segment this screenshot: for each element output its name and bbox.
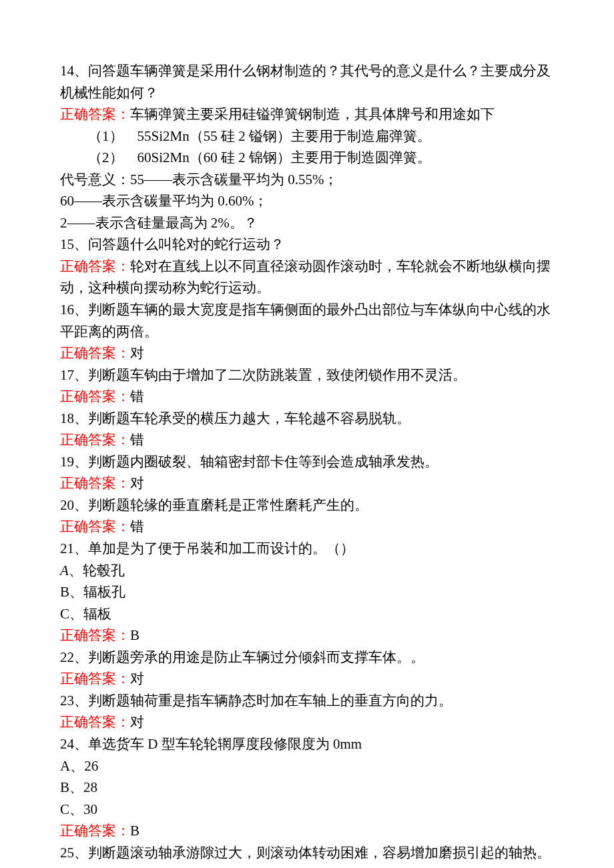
q16-prompt: 16、判断题车辆的最大宽度是指车辆侧面的最外凸出部位与车体纵向中心线的水平距离的… (60, 299, 554, 342)
q17-answer-text: 错 (130, 388, 144, 404)
q19-answer-label: 正确答案： (60, 475, 130, 491)
q20-answer-label: 正确答案： (60, 518, 130, 534)
q14-linec: 2——表示含硅量最高为 2%。？ (60, 212, 554, 234)
q21-option-a: A、轮毂孔 (60, 560, 554, 582)
q21-answer-label: 正确答案： (60, 627, 130, 643)
q18-answer-label: 正确答案： (60, 432, 130, 448)
q15-prompt: 15、问答题什么叫轮对的蛇行运动？ (60, 234, 554, 256)
q17-prompt: 17、判断题车钩由于增加了二次防跳装置，致使闭锁作用不灵活。 (60, 364, 554, 386)
q21-option-a-prefix: A (60, 562, 69, 578)
q16-answer-text: 对 (130, 345, 144, 361)
q22-prompt: 22、判断题旁承的用途是防止车辆过分倾斜而支撑车体。。 (60, 646, 554, 669)
q21-option-a-body: 、轮毂孔 (69, 562, 125, 578)
q23-answer: 正确答案：对 (60, 711, 554, 733)
q21-option-c: C、辐板 (60, 603, 554, 625)
q14-answer-label: 正确答案： (60, 106, 130, 122)
q14-answer: 正确答案：车辆弹簧主要采用硅镒弹簧钢制造，其具体牌号和用途如下 (60, 103, 554, 125)
q22-answer-label: 正确答案： (60, 671, 130, 687)
q20-answer-text: 错 (130, 518, 144, 534)
q15-answer-text: 轮对在直线上以不同直径滚动圆作滚动时，车轮就会不断地纵横向摆动，这种横向摆动称为… (60, 258, 551, 296)
q21-answer-text: B (130, 627, 139, 643)
q19-answer: 正确答案：对 (60, 472, 554, 494)
q14-lineb: 60——表示含碳量平均为 0.60%； (60, 190, 554, 212)
q22-answer-text: 对 (130, 671, 144, 687)
q23-prompt: 23、判断题轴荷重是指车辆静态时加在车轴上的垂直方向的力。 (60, 690, 554, 712)
q14-linea: 代号意义：55——表示含碳量平均为 0.55%； (60, 169, 554, 191)
q19-prompt: 19、判断题内圈破裂、轴箱密封部卡住等到会造成轴承发热。 (60, 451, 554, 473)
q17-answer: 正确答案：错 (60, 386, 554, 408)
q14-prompt: 14、问答题车辆弹簧是采用什么钢材制造的？其代号的意义是什么？主要成分及机械性能… (60, 60, 554, 103)
q16-answer-label: 正确答案： (60, 345, 130, 361)
q14-answer-text: 车辆弹簧主要采用硅镒弹簧钢制造，其具体牌号和用途如下 (130, 106, 495, 122)
q21-prompt: 21、单加是为了便于吊装和加工而设计的。（） (60, 538, 554, 560)
q24-option-a: A、26 (60, 755, 554, 777)
q24-prompt: 24、单选货车 D 型车轮轮辋厚度段修限度为 0mm (60, 733, 554, 755)
q14-item1-prefix: （1） (88, 128, 123, 144)
q21-answer: 正确答案：B (60, 624, 554, 646)
q15-answer: 正确答案：轮对在直线上以不同直径滚动圆作滚动时，车轮就会不断地纵横向摆动，这种横… (60, 256, 554, 299)
q23-answer-text: 对 (130, 714, 144, 730)
q20-prompt: 20、判断题轮缘的垂直磨耗是正常性磨耗产生的。 (60, 494, 554, 516)
q19-answer-text: 对 (130, 475, 144, 491)
q24-answer-text: B (130, 823, 139, 839)
q20-answer: 正确答案：错 (60, 516, 554, 538)
q17-answer-label: 正确答案： (60, 388, 130, 404)
q21-option-b: B、辐板孔 (60, 581, 554, 603)
q24-option-b: B、28 (60, 777, 554, 799)
q14-item1-body: 55Si2Mn（55 硅 2 镒钢）主要用于制造扁弹簧。 (137, 128, 431, 144)
q18-answer: 正确答案：错 (60, 429, 554, 451)
q24-option-c: C、30 (60, 799, 554, 821)
q16-answer: 正确答案：对 (60, 342, 554, 364)
q18-prompt: 18、判断题车轮承受的横压力越大，车轮越不容易脱轨。 (60, 408, 554, 430)
q25-prompt: 25、判断题滚动轴承游隙过大，则滚动体转动困难，容易增加磨损引起的轴热。 (60, 842, 554, 864)
q14-item1: （1） 55Si2Mn（55 硅 2 镒钢）主要用于制造扁弹簧。 (60, 125, 554, 147)
q14-item2-body: 60Si2Mn（60 硅 2 锦钢）主要用于制造圆弹簧。 (137, 149, 431, 165)
q15-answer-label: 正确答案： (60, 258, 130, 274)
q23-answer-label: 正确答案： (60, 714, 130, 730)
q24-answer: 正确答案：B (60, 820, 554, 842)
q24-answer-label: 正确答案： (60, 823, 130, 839)
q22-answer: 正确答案：对 (60, 668, 554, 690)
q14-item2: （2） 60Si2Mn（60 硅 2 锦钢）主要用于制造圆弹簧。 (60, 147, 554, 169)
q14-item2-prefix: （2） (88, 149, 123, 165)
q18-answer-text: 错 (130, 432, 144, 448)
